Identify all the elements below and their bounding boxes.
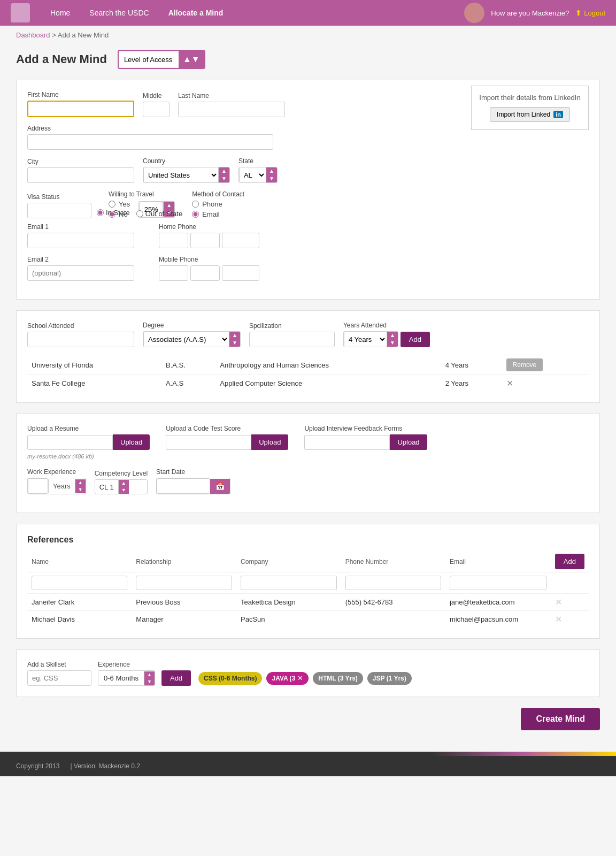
breadcrumb-parent[interactable]: Dashboard: [16, 31, 50, 39]
page-title: Add a New Mind: [16, 52, 107, 66]
contact-phone-label[interactable]: Phone: [192, 200, 244, 208]
feedback-file-input[interactable]: [304, 435, 390, 450]
comp-level-group: Competency Level CL 1 ▲ ▼: [95, 470, 148, 494]
edu-years-cell: 4 Years: [441, 355, 502, 375]
country-select[interactable]: United States: [143, 168, 218, 182]
email1-label: Email 1: [27, 223, 134, 231]
create-mind-button[interactable]: Create Mind: [521, 708, 600, 730]
country-down-btn[interactable]: ▼: [219, 175, 229, 182]
mobile-phone-part1[interactable]: [159, 265, 188, 281]
skillset-months-up[interactable]: ▲: [144, 671, 155, 678]
skillset-input[interactable]: [27, 670, 91, 686]
linkedin-import-button[interactable]: Import from Linked in: [490, 107, 570, 122]
code-file-input[interactable]: [166, 435, 251, 450]
ref-remove-button[interactable]: ✕: [555, 597, 562, 607]
footer-copyright: Copyright 2013: [16, 762, 59, 770]
mobile-phone-part2[interactable]: [190, 265, 220, 281]
email2-label: Email 2: [27, 256, 134, 263]
edu-spec-cell: Applied Computer Science: [215, 375, 441, 392]
nav-search[interactable]: Search the USDC: [80, 1, 158, 25]
code-upload-group: Upload a Code Test Score Upload: [166, 425, 288, 450]
mobile-phone-part3[interactable]: [222, 265, 259, 281]
ref-name-cell: Janeifer Clark: [27, 594, 132, 611]
work-exp-input[interactable]: [28, 478, 48, 494]
travel-yes-label[interactable]: Yes: [109, 200, 130, 208]
edu-remove-button[interactable]: Remove: [506, 358, 543, 371]
access-level-spinner[interactable]: ▲▼: [179, 51, 204, 68]
work-exp-down[interactable]: ▼: [75, 486, 86, 493]
resume-upload-button[interactable]: Upload: [113, 434, 150, 450]
edu-delete-button[interactable]: ✕: [506, 378, 513, 388]
skill-tag-java-remove[interactable]: ✕: [297, 675, 303, 682]
contact-email-radio[interactable]: [192, 211, 199, 218]
middle-name-input[interactable]: [143, 102, 170, 117]
contact-email-label[interactable]: Email: [192, 210, 244, 218]
ref-company-input[interactable]: [241, 576, 337, 590]
last-name-group: Last Name: [178, 92, 285, 117]
in-state-radio[interactable]: [97, 209, 104, 216]
breadcrumb: Dashboard > Add a New Mind: [0, 26, 616, 44]
years-select[interactable]: 4 Years: [344, 332, 387, 347]
calendar-button[interactable]: 📅: [210, 479, 230, 494]
degree-down[interactable]: ▼: [229, 339, 240, 347]
code-upload-button[interactable]: Upload: [251, 434, 288, 450]
ref-add-button[interactable]: Add: [555, 554, 584, 569]
comp-level-down[interactable]: ▼: [119, 487, 129, 494]
nav-allocate[interactable]: Allocate a Mind: [159, 1, 233, 25]
degree-select[interactable]: Associates (A.A.S): [143, 332, 229, 347]
email1-input[interactable]: [27, 233, 134, 248]
logout-button[interactable]: ⬆ Logout: [575, 9, 605, 17]
travel-pct-up[interactable]: ▲: [164, 202, 174, 209]
cursor-icon: ☞: [271, 685, 281, 699]
home-phone-part3[interactable]: [222, 233, 259, 248]
country-spinner-btns: ▲ ▼: [218, 167, 229, 182]
ref-remove-button[interactable]: ✕: [555, 614, 562, 624]
access-level-select[interactable]: Level of Access: [119, 52, 179, 67]
ref-email-input[interactable]: [450, 576, 546, 590]
visa-input[interactable]: [27, 203, 91, 218]
comp-level-up[interactable]: ▲: [119, 480, 129, 487]
work-exp-row: Work Experience Years ▲ ▼ Competency Lev…: [27, 468, 589, 494]
resume-file-input[interactable]: File:C:\Users\Mindtree\My: [27, 435, 113, 450]
home-phone-part2[interactable]: [190, 233, 220, 248]
edu-add-button[interactable]: Add: [401, 332, 430, 347]
ref-rel-input[interactable]: [136, 576, 232, 590]
state-down-btn[interactable]: ▼: [266, 175, 277, 182]
city-input[interactable]: [27, 167, 134, 183]
edu-action-cell: ✕: [502, 375, 589, 392]
in-state-label[interactable]: In State: [97, 208, 130, 218]
email2-input[interactable]: [27, 265, 134, 281]
home-phone-part1[interactable]: [159, 233, 188, 248]
country-up-btn[interactable]: ▲: [219, 167, 229, 175]
travel-yes-radio[interactable]: [109, 201, 116, 208]
school-label: School Attended: [27, 322, 134, 330]
state-up-btn[interactable]: ▲: [266, 167, 277, 175]
years-down[interactable]: ▼: [387, 339, 398, 347]
feedback-upload-button[interactable]: Upload: [390, 434, 427, 450]
nav-home[interactable]: Home: [41, 1, 80, 25]
out-state-label[interactable]: Out of State: [136, 210, 182, 218]
ref-phone-input[interactable]: [345, 576, 441, 590]
city-group: City: [27, 158, 134, 183]
ref-name-input[interactable]: [32, 576, 127, 590]
skillset-add-button[interactable]: Add: [161, 670, 191, 686]
years-up[interactable]: ▲: [387, 332, 398, 339]
ref-action-header: Add: [551, 551, 589, 572]
ref-name-header: Name: [27, 551, 132, 572]
last-name-input[interactable]: [178, 102, 285, 117]
spec-input[interactable]: [249, 332, 335, 347]
skillset-months-down[interactable]: ▼: [144, 678, 155, 685]
first-name-input[interactable]: [27, 101, 134, 117]
start-date-input[interactable]: 04/05/2013: [157, 478, 210, 494]
work-exp-up[interactable]: ▲: [75, 479, 86, 486]
edu-degree-cell: A.A.S: [161, 375, 215, 392]
degree-up[interactable]: ▲: [229, 332, 240, 339]
out-state-radio[interactable]: [136, 210, 143, 217]
address-input[interactable]: [27, 134, 273, 150]
edu-spec-cell: Anthropology and Human Sciences: [215, 355, 441, 375]
school-input[interactable]: [27, 332, 134, 347]
ref-phone-header: Phone Number: [341, 551, 445, 572]
state-select[interactable]: AL: [239, 168, 266, 182]
contact-phone-radio[interactable]: [192, 201, 199, 208]
code-upload-label: Upload a Code Test Score: [166, 425, 288, 432]
